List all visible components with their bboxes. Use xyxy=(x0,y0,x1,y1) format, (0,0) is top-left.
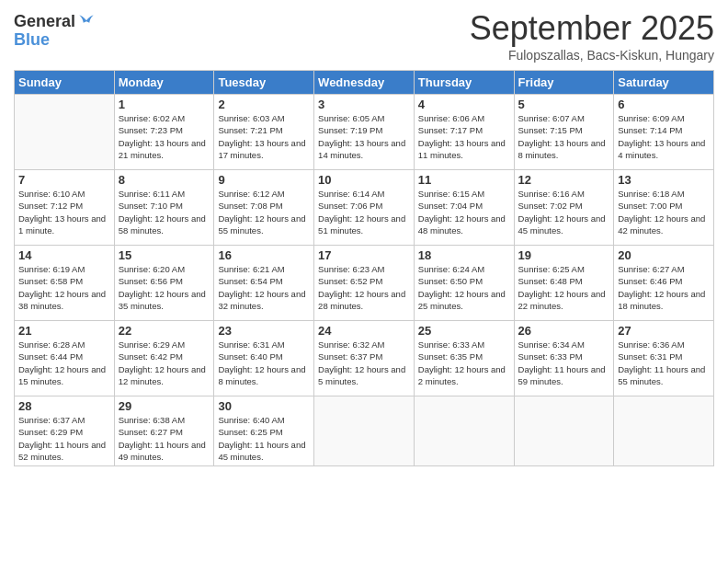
logo-text-general: General xyxy=(14,13,75,31)
weekday-header-friday: Friday xyxy=(514,71,614,95)
day-info: Sunrise: 6:24 AM Sunset: 6:50 PM Dayligh… xyxy=(418,263,510,312)
weekday-header-sunday: Sunday xyxy=(15,71,115,95)
day-info: Sunrise: 6:06 AM Sunset: 7:17 PM Dayligh… xyxy=(418,112,510,161)
day-number: 13 xyxy=(618,173,710,187)
calendar-cell: 13Sunrise: 6:18 AM Sunset: 7:00 PM Dayli… xyxy=(614,170,714,246)
weekday-header-saturday: Saturday xyxy=(614,71,714,95)
day-info: Sunrise: 6:03 AM Sunset: 7:21 PM Dayligh… xyxy=(218,112,310,161)
day-info: Sunrise: 6:02 AM Sunset: 7:23 PM Dayligh… xyxy=(119,112,210,161)
day-number: 23 xyxy=(218,324,310,338)
calendar-cell: 28Sunrise: 6:37 AM Sunset: 6:29 PM Dayli… xyxy=(15,396,115,466)
day-info: Sunrise: 6:29 AM Sunset: 6:42 PM Dayligh… xyxy=(119,339,210,387)
day-info: Sunrise: 6:32 AM Sunset: 6:37 PM Dayligh… xyxy=(318,339,410,387)
calendar-cell: 2Sunrise: 6:03 AM Sunset: 7:21 PM Daylig… xyxy=(214,95,314,170)
day-number: 20 xyxy=(618,248,710,262)
weekday-header-row: SundayMondayTuesdayWednesdayThursdayFrid… xyxy=(15,71,714,95)
title-block: September 2025 Fulopszallas, Bacs-Kiskun… xyxy=(470,9,714,63)
calendar-cell xyxy=(414,396,514,466)
day-number: 11 xyxy=(418,173,510,187)
day-number: 19 xyxy=(518,248,610,262)
day-info: Sunrise: 6:18 AM Sunset: 7:00 PM Dayligh… xyxy=(618,188,710,236)
day-number: 26 xyxy=(518,324,610,338)
day-number: 28 xyxy=(18,399,110,413)
calendar-cell: 8Sunrise: 6:11 AM Sunset: 7:10 PM Daylig… xyxy=(114,170,214,246)
day-number: 6 xyxy=(618,98,710,111)
calendar-cell: 3Sunrise: 6:05 AM Sunset: 7:19 PM Daylig… xyxy=(314,95,415,170)
day-info: Sunrise: 6:36 AM Sunset: 6:31 PM Dayligh… xyxy=(618,339,710,387)
day-info: Sunrise: 6:16 AM Sunset: 7:02 PM Dayligh… xyxy=(518,188,610,236)
day-number: 8 xyxy=(119,173,210,187)
day-number: 27 xyxy=(618,324,710,338)
location: Fulopszallas, Bacs-Kiskun, Hungary xyxy=(470,48,714,63)
week-row-5: 28Sunrise: 6:37 AM Sunset: 6:29 PM Dayli… xyxy=(15,396,714,466)
calendar-cell: 22Sunrise: 6:29 AM Sunset: 6:42 PM Dayli… xyxy=(114,321,214,396)
calendar-cell: 12Sunrise: 6:16 AM Sunset: 7:02 PM Dayli… xyxy=(514,170,614,246)
day-number: 21 xyxy=(18,324,110,338)
calendar-cell: 9Sunrise: 6:12 AM Sunset: 7:08 PM Daylig… xyxy=(214,170,314,246)
day-number: 15 xyxy=(119,248,210,262)
calendar: SundayMondayTuesdayWednesdayThursdayFrid… xyxy=(14,70,714,466)
day-info: Sunrise: 6:34 AM Sunset: 6:33 PM Dayligh… xyxy=(518,339,610,387)
day-number: 2 xyxy=(218,98,310,111)
calendar-cell: 24Sunrise: 6:32 AM Sunset: 6:37 PM Dayli… xyxy=(314,321,415,396)
calendar-cell: 7Sunrise: 6:10 AM Sunset: 7:12 PM Daylig… xyxy=(15,170,115,246)
day-info: Sunrise: 6:09 AM Sunset: 7:14 PM Dayligh… xyxy=(618,112,710,161)
week-row-1: 1Sunrise: 6:02 AM Sunset: 7:23 PM Daylig… xyxy=(15,95,714,170)
day-info: Sunrise: 6:37 AM Sunset: 6:29 PM Dayligh… xyxy=(18,414,110,463)
day-info: Sunrise: 6:11 AM Sunset: 7:10 PM Dayligh… xyxy=(119,188,210,236)
logo: General Blue xyxy=(14,13,96,50)
day-number: 1 xyxy=(119,98,210,111)
day-info: Sunrise: 6:12 AM Sunset: 7:08 PM Dayligh… xyxy=(218,188,310,236)
day-number: 16 xyxy=(218,248,310,262)
day-number: 29 xyxy=(119,399,210,413)
week-row-4: 21Sunrise: 6:28 AM Sunset: 6:44 PM Dayli… xyxy=(15,321,714,396)
day-info: Sunrise: 6:23 AM Sunset: 6:52 PM Dayligh… xyxy=(318,263,410,312)
calendar-cell: 20Sunrise: 6:27 AM Sunset: 6:46 PM Dayli… xyxy=(614,246,714,321)
day-info: Sunrise: 6:33 AM Sunset: 6:35 PM Dayligh… xyxy=(418,339,510,387)
day-info: Sunrise: 6:15 AM Sunset: 7:04 PM Dayligh… xyxy=(418,188,510,236)
day-info: Sunrise: 6:28 AM Sunset: 6:44 PM Dayligh… xyxy=(18,339,110,387)
calendar-cell: 4Sunrise: 6:06 AM Sunset: 7:17 PM Daylig… xyxy=(414,95,514,170)
day-info: Sunrise: 6:19 AM Sunset: 6:58 PM Dayligh… xyxy=(18,263,110,312)
header: General Blue September 2025 Fulopszallas… xyxy=(14,9,714,63)
calendar-cell: 1Sunrise: 6:02 AM Sunset: 7:23 PM Daylig… xyxy=(114,95,214,170)
day-info: Sunrise: 6:38 AM Sunset: 6:27 PM Dayligh… xyxy=(119,414,210,463)
weekday-header-tuesday: Tuesday xyxy=(214,71,314,95)
day-number: 9 xyxy=(218,173,310,187)
day-info: Sunrise: 6:14 AM Sunset: 7:06 PM Dayligh… xyxy=(318,188,410,236)
calendar-cell xyxy=(614,396,714,466)
month-title: September 2025 xyxy=(470,9,714,48)
weekday-header-wednesday: Wednesday xyxy=(314,71,415,95)
calendar-cell: 16Sunrise: 6:21 AM Sunset: 6:54 PM Dayli… xyxy=(214,246,314,321)
day-number: 18 xyxy=(418,248,510,262)
day-info: Sunrise: 6:10 AM Sunset: 7:12 PM Dayligh… xyxy=(18,188,110,236)
calendar-cell: 23Sunrise: 6:31 AM Sunset: 6:40 PM Dayli… xyxy=(214,321,314,396)
day-number: 30 xyxy=(218,399,310,413)
day-info: Sunrise: 6:40 AM Sunset: 6:25 PM Dayligh… xyxy=(218,414,310,463)
calendar-cell: 14Sunrise: 6:19 AM Sunset: 6:58 PM Dayli… xyxy=(15,246,115,321)
calendar-cell xyxy=(314,396,415,466)
logo-text-blue: Blue xyxy=(14,30,50,49)
calendar-cell: 29Sunrise: 6:38 AM Sunset: 6:27 PM Dayli… xyxy=(114,396,214,466)
day-info: Sunrise: 6:31 AM Sunset: 6:40 PM Dayligh… xyxy=(218,339,310,387)
day-number: 4 xyxy=(418,98,510,111)
day-number: 3 xyxy=(318,98,410,111)
calendar-cell: 11Sunrise: 6:15 AM Sunset: 7:04 PM Dayli… xyxy=(414,170,514,246)
day-info: Sunrise: 6:27 AM Sunset: 6:46 PM Dayligh… xyxy=(618,263,710,312)
day-info: Sunrise: 6:20 AM Sunset: 6:56 PM Dayligh… xyxy=(119,263,210,312)
calendar-cell: 26Sunrise: 6:34 AM Sunset: 6:33 PM Dayli… xyxy=(514,321,614,396)
day-info: Sunrise: 6:07 AM Sunset: 7:15 PM Dayligh… xyxy=(518,112,610,161)
calendar-cell: 18Sunrise: 6:24 AM Sunset: 6:50 PM Dayli… xyxy=(414,246,514,321)
day-number: 14 xyxy=(18,248,110,262)
day-number: 12 xyxy=(518,173,610,187)
calendar-cell: 27Sunrise: 6:36 AM Sunset: 6:31 PM Dayli… xyxy=(614,321,714,396)
calendar-cell: 25Sunrise: 6:33 AM Sunset: 6:35 PM Dayli… xyxy=(414,321,514,396)
calendar-cell xyxy=(514,396,614,466)
calendar-cell: 5Sunrise: 6:07 AM Sunset: 7:15 PM Daylig… xyxy=(514,95,614,170)
calendar-cell xyxy=(15,95,115,170)
calendar-cell: 15Sunrise: 6:20 AM Sunset: 6:56 PM Dayli… xyxy=(114,246,214,321)
calendar-cell: 30Sunrise: 6:40 AM Sunset: 6:25 PM Dayli… xyxy=(214,396,314,466)
weekday-header-monday: Monday xyxy=(114,71,214,95)
day-number: 24 xyxy=(318,324,410,338)
day-info: Sunrise: 6:21 AM Sunset: 6:54 PM Dayligh… xyxy=(218,263,310,312)
